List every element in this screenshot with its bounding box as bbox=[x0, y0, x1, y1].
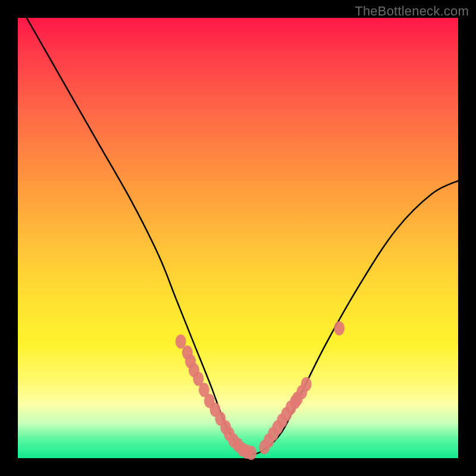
watermark-text: TheBottleneck.com bbox=[355, 4, 469, 19]
chart-frame: TheBottleneck.com bbox=[0, 0, 476, 476]
data-marker bbox=[334, 321, 345, 336]
data-marker bbox=[246, 446, 256, 460]
plot-area bbox=[18, 18, 458, 458]
data-marker bbox=[301, 377, 312, 392]
curve-bottleneck-curve bbox=[27, 18, 458, 454]
chart-svg bbox=[18, 18, 458, 458]
